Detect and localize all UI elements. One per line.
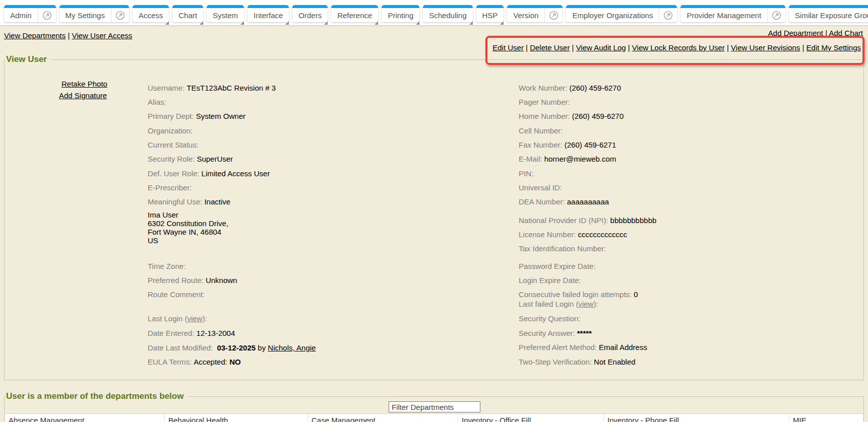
dropdown-corner-icon <box>375 21 378 25</box>
field-row: Def. User Role:Limited Access User <box>148 170 270 178</box>
user-action-links: Edit User | Delete User | View Audit Log… <box>492 43 861 52</box>
dropdown-corner-icon <box>285 21 289 25</box>
field-row: Consecutive failed login attempts:0 <box>519 291 638 299</box>
modified-by-user-link[interactable]: Nichols, Angie <box>268 343 316 352</box>
field-row: Two-Step Verification:Not Enabled <box>519 358 636 366</box>
tab-reference[interactable]: Reference <box>331 5 378 22</box>
tab-system[interactable]: System <box>207 5 244 22</box>
field-row: Tax Identification Number: <box>519 245 608 253</box>
field-row: PIN: <box>519 170 535 178</box>
dropdown-corner-icon <box>500 21 504 25</box>
retake-photo-link[interactable]: Retake Photo <box>61 80 107 88</box>
add-department-link[interactable]: Add Department <box>768 29 823 37</box>
department-cell: Inventory - Office Fill <box>458 414 603 422</box>
open-new-window-icon[interactable] <box>544 8 563 22</box>
field-row: Time Zone: <box>148 262 188 270</box>
department-cell: Inventory - Phone Fill <box>603 414 789 422</box>
department-cell: Behavioral Health <box>164 414 307 422</box>
user-address: Ima User 6302 Constitution Drive, Fort W… <box>148 210 228 245</box>
view-departments-link[interactable]: View Departments <box>4 31 66 40</box>
top-tab-bar: Admin My Settings Access Chart System In… <box>0 0 868 25</box>
edit-my-settings-link[interactable]: Edit My Settings <box>807 43 861 52</box>
department-cell: MIE <box>789 414 863 422</box>
dropdown-corner-icon <box>324 21 328 25</box>
tab-admin[interactable]: Admin <box>4 5 56 22</box>
tab-my-settings[interactable]: My Settings <box>59 5 129 22</box>
add-signature-link[interactable]: Add Signature <box>59 91 107 100</box>
field-row: Home Number:(260) 459-6270 <box>519 112 624 120</box>
field-row: Date Entered:12-13-2004 <box>148 329 235 337</box>
open-new-window-icon[interactable] <box>111 8 129 22</box>
field-row: Preferred Alert Method:Email Address <box>519 343 647 351</box>
open-new-window-icon[interactable] <box>767 8 785 22</box>
dropdown-corner-icon <box>165 21 169 25</box>
tab-version[interactable]: Version <box>507 5 563 22</box>
add-links: Add Department | Add Chart <box>768 29 863 37</box>
field-row: Password Expire Date: <box>519 262 598 270</box>
tab-orders[interactable]: Orders <box>292 5 328 22</box>
tab-provider-management[interactable]: Provider Management <box>680 5 785 22</box>
field-row: Login Expire Date: <box>519 276 583 285</box>
view-user-page: Admin My Settings Access Chart System In… <box>0 0 868 422</box>
add-chart-link[interactable]: Add Chart <box>829 29 863 37</box>
view-audit-log-link[interactable]: View Audit Log <box>576 43 626 52</box>
field-row: E-Mail:horner@mieweb.com <box>519 155 616 163</box>
page-content: View Departments | View User Access Add … <box>0 25 868 422</box>
field-row: Username:TEsT123AbC Revision # 3 <box>148 84 276 92</box>
tab-access[interactable]: Access <box>133 5 169 22</box>
field-row: Fax Number:(260) 459-6271 <box>519 141 616 149</box>
field-row: DEA Number:aaaaaaaaaa <box>519 198 609 206</box>
field-row: Alias: <box>148 98 168 106</box>
edit-user-link[interactable]: Edit User <box>492 43 524 52</box>
field-row-last-login: Last Login (view): <box>148 315 207 323</box>
tab-scheduling[interactable]: Scheduling <box>423 5 472 22</box>
field-row-last-failed-login: Last failed Login (view): <box>519 300 598 308</box>
field-row: Route Comment: <box>148 291 207 299</box>
department-cell: Case Management <box>307 414 458 422</box>
field-row: E-Prescriber: <box>148 184 194 192</box>
field-row: Current Status: <box>148 141 201 149</box>
field-row: Primary Dept:System Owner <box>148 112 245 120</box>
field-row: Security Role:SuperUser <box>148 155 233 163</box>
field-row-date-last-modified: Date Last Modified: 03-12-2025 by Nichol… <box>148 344 316 352</box>
tab-printing[interactable]: Printing <box>382 5 419 22</box>
field-row-eula: EULA Terms:Accepted: NO <box>148 358 241 366</box>
departments-section: User is a member of the departments belo… <box>4 396 864 422</box>
view-lock-records-link[interactable]: View Lock Records by User <box>632 43 725 52</box>
field-row: Preferred Route:Unknown <box>148 276 237 285</box>
filter-departments-input[interactable] <box>389 401 480 412</box>
view-user-access-link[interactable]: View User Access <box>72 31 133 40</box>
dropdown-corner-icon <box>469 21 473 25</box>
tab-chart[interactable]: Chart <box>172 5 203 22</box>
departments-section-title: User is a member of the departments belo… <box>5 391 188 401</box>
dropdown-corner-icon <box>200 21 203 25</box>
last-failed-login-view-link[interactable]: view <box>578 300 593 308</box>
field-row: Cell Number: <box>519 127 565 135</box>
field-row: Meaningful Use:Inactive <box>148 198 230 206</box>
field-row: Organization: <box>148 127 195 135</box>
view-user-section: View User Retake Photo Add Signature Use… <box>4 59 864 380</box>
field-row: Security Question: <box>519 315 583 323</box>
department-cell: Absence Management <box>5 414 164 422</box>
view-user-revisions-link[interactable]: View User Revisions <box>731 43 800 52</box>
open-new-window-icon[interactable] <box>659 8 677 22</box>
dropdown-corner-icon <box>416 21 419 25</box>
section-title: View User <box>5 54 51 64</box>
departments-row: Absence Management Behavioral Health Cas… <box>5 413 863 422</box>
tab-hsp[interactable]: HSP <box>476 5 504 22</box>
open-new-window-icon[interactable] <box>38 8 56 22</box>
field-row: Work Number:(260) 459-6270 <box>519 84 621 92</box>
tab-employer-organizations[interactable]: Employer Organizations <box>566 5 677 22</box>
last-login-view-link[interactable]: view <box>187 314 202 323</box>
tab-interface[interactable]: Interface <box>247 5 289 22</box>
field-row: Pager Number: <box>519 98 572 106</box>
tab-similar-exposure-groups[interactable]: Similar Exposure Groups (SEGs) <box>789 5 868 22</box>
field-row: National Provider ID (NPI):bbbbbbbbbbb <box>519 217 656 225</box>
breadcrumb: View Departments | View User Access <box>4 31 132 40</box>
dropdown-corner-icon <box>240 21 244 25</box>
field-row: Security Answer:***** <box>519 329 592 337</box>
delete-user-link[interactable]: Delete User <box>530 43 570 52</box>
field-row: Universal ID: <box>519 184 564 192</box>
field-row: License Number:ccccccccccccc <box>519 231 627 239</box>
